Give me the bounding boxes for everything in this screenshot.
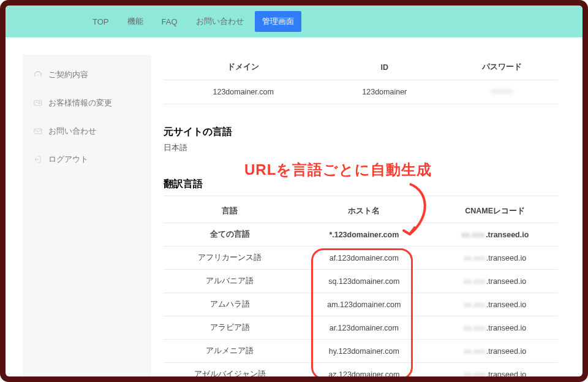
- cell-password: ••••••••: [446, 80, 558, 104]
- cell-host: am.123domainer.com: [296, 293, 432, 316]
- cell-host: *.123domainer.com: [296, 223, 432, 246]
- main-panel: ドメイン ID パスワード 123domainer.com 123domaine…: [164, 55, 564, 376]
- cell-cname: xx.xxx.transeed.io: [432, 340, 558, 363]
- cell-lang: 全ての言語: [164, 223, 296, 246]
- dashboard-icon: [34, 71, 42, 79]
- svg-rect-2: [38, 102, 40, 102]
- id-card-icon: [34, 99, 42, 107]
- cell-host: hy.123domainer.com: [296, 340, 432, 363]
- logout-icon: [34, 155, 42, 164]
- cell-lang: アムハラ語: [164, 293, 296, 316]
- table-row: 123domainer.com 123domainer ••••••••: [164, 80, 558, 104]
- th-id: ID: [323, 55, 446, 80]
- cell-host: az.123domainer.com: [296, 363, 432, 377]
- source-language-title: 元サイトの言語: [164, 126, 558, 139]
- source-language-value: 日本語: [164, 142, 558, 153]
- th-host: ホスト名: [296, 200, 432, 223]
- svg-rect-4: [34, 129, 42, 134]
- cell-host: ar.123domainer.com: [296, 316, 432, 340]
- sidebar-item-label: ご契約内容: [48, 69, 88, 80]
- translation-table: 言語 ホスト名 CNAMEレコード 全ての言語*.123domainer.com…: [164, 200, 558, 376]
- table-row: アラビア語ar.123domainer.comxx.xxx.transeed.i…: [164, 316, 558, 340]
- sidebar-item-customer-info[interactable]: お客様情報の変更: [23, 89, 151, 117]
- annotation-label: URLを言語ごとに自動生成: [244, 160, 432, 180]
- table-row: アルバニア語sq.123domainer.comxx.xxx.transeed.…: [164, 270, 558, 293]
- table-row: アムハラ語am.123domainer.comxx.xxx.transeed.i…: [164, 293, 558, 316]
- sidebar-item-label: お客様情報の変更: [48, 97, 112, 109]
- top-navbar: TOP 機能 FAQ お問い合わせ 管理画面: [6, 6, 582, 37]
- svg-point-1: [36, 102, 37, 103]
- nav-features[interactable]: 機能: [120, 11, 151, 32]
- cell-cname: xx.xxx.transeed.io: [432, 223, 558, 246]
- table-row: アゼルバイジャン語az.123domainer.comxx.xxx.transe…: [164, 363, 558, 377]
- th-cname: CNAMEレコード: [432, 200, 558, 223]
- table-row: 全ての言語*.123domainer.comxx.xxx.transeed.io: [164, 223, 558, 246]
- sidebar: ご契約内容 お客様情報の変更 お問い合わせ: [23, 55, 151, 376]
- sidebar-item-logout[interactable]: ログアウト: [23, 145, 151, 174]
- nav-admin-button[interactable]: 管理画面: [255, 11, 301, 32]
- cell-lang: アラビア語: [164, 316, 296, 340]
- nav-top[interactable]: TOP: [85, 12, 116, 31]
- cell-lang: アルメニア語: [164, 340, 296, 363]
- mail-icon: [34, 127, 42, 136]
- table-row: アルメニア語hy.123domainer.comxx.xxx.transeed.…: [164, 340, 558, 363]
- sidebar-item-label: お問い合わせ: [48, 126, 96, 137]
- sidebar-item-label: ログアウト: [48, 154, 88, 165]
- th-lang: 言語: [164, 200, 296, 223]
- cell-host: sq.123domainer.com: [296, 270, 432, 293]
- nav-faq[interactable]: FAQ: [154, 12, 185, 31]
- nav-contact[interactable]: お問い合わせ: [189, 11, 251, 32]
- cell-host: af.123domainer.com: [296, 246, 432, 270]
- cell-cname: xx.xxx.transeed.io: [432, 363, 558, 377]
- translation-languages-title: 翻訳言語: [164, 178, 558, 196]
- cell-id: 123domainer: [323, 80, 446, 104]
- cell-domain: 123domainer.com: [164, 80, 323, 104]
- cell-cname: xx.xxx.transeed.io: [432, 293, 558, 316]
- sidebar-item-contract[interactable]: ご契約内容: [23, 61, 151, 89]
- th-domain: ドメイン: [164, 55, 323, 80]
- domain-table: ドメイン ID パスワード 123domainer.com 123domaine…: [164, 55, 558, 104]
- cell-lang: アルバニア語: [164, 270, 296, 293]
- cell-cname: xx.xxx.transeed.io: [432, 270, 558, 293]
- table-row: アフリカーンス語af.123domainer.comxx.xxx.transee…: [164, 246, 558, 270]
- sidebar-item-contact[interactable]: お問い合わせ: [23, 117, 151, 145]
- cell-lang: アゼルバイジャン語: [164, 363, 296, 377]
- cell-lang: アフリカーンス語: [164, 246, 296, 270]
- th-password: パスワード: [446, 55, 558, 80]
- svg-rect-3: [38, 103, 40, 104]
- cell-cname: xx.xxx.transeed.io: [432, 246, 558, 270]
- cell-cname: xx.xxx.transeed.io: [432, 316, 558, 340]
